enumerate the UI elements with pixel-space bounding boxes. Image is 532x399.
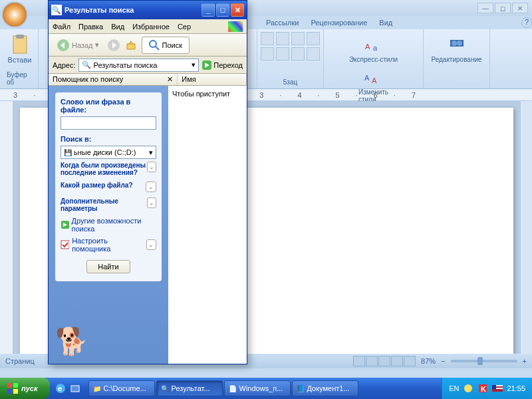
svg-text:A: A [365,43,370,51]
file-size-row[interactable]: Какой размер файла? ⌄ [61,179,156,195]
office-button[interactable] [1,1,28,28]
tab-view[interactable]: Вид [379,19,392,27]
tray-av-icon[interactable]: K [477,383,488,394]
zoom-out-button[interactable]: − [441,357,445,365]
zoom-slider[interactable] [451,360,517,362]
paste-button[interactable]: Встави [4,32,36,65]
zoom-level[interactable]: 87% [421,357,436,365]
svg-point-23 [464,384,472,392]
svg-rect-15 [61,241,69,249]
taskbar: пуск e 📁 C:\Docume... 🔍 Результат... 📄 W… [0,378,532,399]
vertical-scrollbar[interactable] [520,101,532,354]
task-windows[interactable]: 📄 Windows_п... [224,380,291,396]
menu-edit[interactable]: Правка [78,23,103,31]
phrase-label: Слово или фраза в файле: [61,98,156,114]
clipboard-group-label: Буфер об [7,71,33,86]
windows-flag-icon[interactable] [228,21,243,32]
menu-view[interactable]: Вид [111,23,124,31]
svg-point-8 [457,41,462,46]
menu-file[interactable]: Файл [53,23,70,31]
helper-column[interactable]: Помощник по поиску✕ [49,74,178,85]
svg-rect-22 [71,386,79,392]
search-minimize-button[interactable]: _ [201,3,215,17]
task-explorer[interactable]: 📁 C:\Docume... [88,380,155,396]
editing-button[interactable]: Редактирование [427,32,485,65]
chevron-down-icon[interactable]: ⌄ [147,162,156,172]
help-icon[interactable]: ? [521,17,532,28]
column-headers: Помощник по поиску✕ Имя [49,74,247,86]
lookin-label: Поиск в: [61,135,156,143]
svg-line-12 [156,47,159,50]
lookin-select[interactable]: 💾 ьные диски (C:;D:) [61,146,156,159]
show-desktop-icon[interactable] [68,381,82,396]
svg-rect-18 [7,389,12,394]
zoom-in-button[interactable]: + [523,357,527,365]
quick-styles-label: Экспресс-стили [349,56,398,63]
search-close-button[interactable]: ✕ [231,3,244,17]
svg-rect-17 [13,383,18,388]
tab-review[interactable]: Рецензирование [311,19,367,27]
customize-link[interactable]: Настроить помощника ⌄ [61,235,156,255]
find-button[interactable]: Найти [86,260,130,273]
tab-mailings[interactable]: Рассылки [266,19,299,27]
paste-label: Встави [8,56,32,64]
view-mode-buttons[interactable] [353,356,416,366]
more-options-row[interactable]: Дополнительные параметры ⌄ [61,195,156,215]
address-input[interactable]: 🔍 Результаты поиска ▾ [78,59,200,72]
clock[interactable]: 21:55 [507,384,525,392]
svg-point-7 [452,41,457,46]
word-minimize-button[interactable]: — [477,3,493,13]
chevron-down-icon[interactable]: ⌄ [146,182,156,192]
search-dog-icon[interactable]: 🐕 [55,326,88,357]
search-titlebar[interactable]: 🔍 Результаты поиска _ □ ✕ [49,1,247,19]
svg-text:a: a [373,44,378,52]
other-options-link[interactable]: Другие возможности поиска [61,215,156,235]
svg-rect-19 [13,389,18,394]
go-button[interactable]: Переход [201,60,243,70]
ie-icon[interactable]: e [54,381,67,396]
quick-launch: e [50,381,86,396]
search-title: Результаты поиска [65,6,134,14]
chevron-down-icon[interactable]: ⌄ [147,198,156,208]
svg-text:A: A [372,76,377,84]
tray-volume-icon[interactable] [463,383,473,394]
page-status: Страниц [5,357,35,365]
svg-text:A: A [364,74,370,82]
phrase-input[interactable] [61,116,156,130]
tray-flag-icon[interactable] [492,383,503,394]
menu-service[interactable]: Сер [178,23,191,31]
word-close-button[interactable]: ✕ [512,3,528,13]
search-toolbar-button[interactable]: Поиск [142,37,190,54]
paragraph-group-label: 5зац [283,78,297,86]
start-button[interactable]: пуск [0,378,50,399]
task-search[interactable]: 🔍 Результат... [156,380,223,396]
search-toolbar: Назад ▾ Поиск [49,34,247,57]
address-label: Адрес: [53,61,76,69]
results-hint: Чтобы приступит [172,90,230,98]
results-pane[interactable]: Чтобы приступит [168,86,247,364]
search-menubar: Файл Правка Вид Избранное Сер [49,19,247,34]
svg-rect-16 [7,383,12,388]
up-icon[interactable] [124,39,138,52]
task-document[interactable]: 📘 Документ1... [292,380,358,396]
menu-favorites[interactable]: Избранное [132,23,170,31]
search-companion-sidebar: Слово или фраза в файле: Поиск в: 💾 ьные… [49,86,168,364]
search-maximize-button[interactable]: □ [216,3,229,17]
close-helper-icon[interactable]: ✕ [167,75,173,84]
back-button[interactable]: Назад ▾ [53,37,103,54]
quick-styles-button[interactable]: Aa Экспресс-стили [345,32,402,65]
name-column[interactable]: Имя [178,74,247,85]
editing-label: Редактирование [431,56,481,63]
svg-rect-1 [16,35,24,39]
chevron-down-icon[interactable]: ⌄ [146,239,156,250]
when-modified-row[interactable]: Когда были произведены последние изменен… [61,159,156,179]
system-tray: EN K 21:55 [442,378,532,399]
forward-icon[interactable] [107,39,120,52]
svg-text:K: K [481,385,486,393]
taskbar-buttons: 📁 C:\Docume... 🔍 Результат... 📄 Windows_… [86,380,442,396]
language-indicator[interactable]: EN [449,384,459,392]
search-results-window: 🔍 Результаты поиска _ □ ✕ Файл Правка Ви… [48,0,247,364]
paragraph-buttons[interactable] [261,32,321,61]
word-maximize-button[interactable]: ◻ [495,3,511,13]
vertical-ruler[interactable] [0,101,13,354]
